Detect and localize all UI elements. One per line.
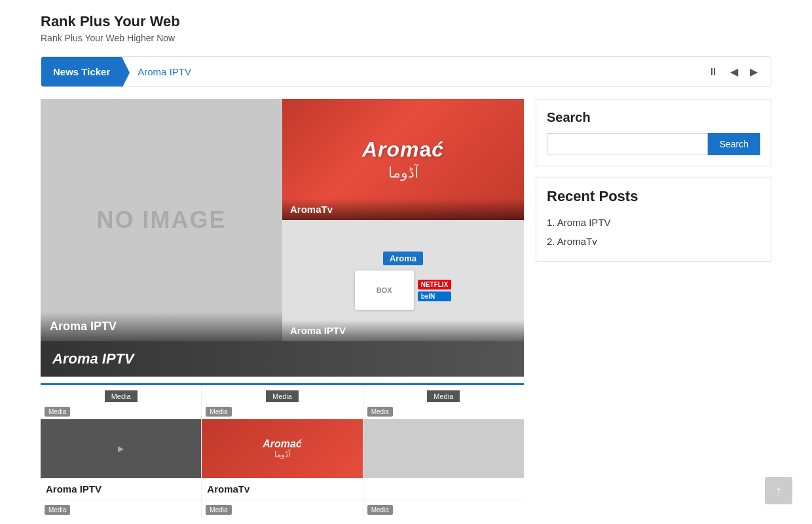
aroma-tv-logo-arabic: آڈوما: [362, 164, 444, 181]
card-1-tag: Media: [45, 407, 70, 417]
slider-caption-bar: Aroma IPTV: [41, 341, 524, 377]
card-extra-tags-row: Media Media Media: [41, 500, 524, 517]
hero-main-caption: Aroma IPTV: [41, 312, 282, 341]
card-1-title: Aroma IPTV: [41, 478, 201, 500]
card-2-image: Aromać آڈوما: [202, 419, 362, 478]
card-1-media-badge-top: Media: [41, 385, 201, 404]
card-1-image: ▶: [41, 419, 201, 478]
news-ticker-bar: News Ticker Aroma IPTV ⏸ ◀ ▶: [41, 56, 771, 87]
recent-post-link-1[interactable]: Aroma IPTV: [557, 217, 611, 228]
recent-post-num-2: 2.: [547, 236, 555, 247]
card-2-tags: Media: [202, 404, 362, 419]
news-ticker-content: Aroma IPTV: [122, 58, 695, 85]
recent-posts-widget: Recent Posts 1. Aroma IPTV 2. AromaTv: [536, 177, 771, 262]
card-3-image: [363, 419, 524, 478]
hero-right-stack: Aromać آڈوما AromaTv Aroma BOX: [282, 99, 524, 341]
card-3-tags: Media: [363, 404, 524, 419]
left-column: NO IMAGE Aroma IPTV Aromać آڈوما AromaTv: [41, 99, 524, 517]
card-2-media-badge: Media: [266, 390, 299, 402]
hero-aroma-tv-card[interactable]: Aromać آڈوما AromaTv: [282, 99, 524, 220]
card-1-tags: Media: [41, 404, 201, 419]
news-ticker-label: News Ticker: [41, 57, 122, 86]
recent-posts-title: Recent Posts: [547, 188, 760, 205]
news-ticker-controls: ⏸ ◀ ▶: [695, 63, 771, 81]
right-sidebar: Search Search Recent Posts 1. Aroma IPTV…: [536, 99, 771, 517]
card-1-media-badge: Media: [105, 390, 138, 402]
hero-main-card[interactable]: NO IMAGE Aroma IPTV: [41, 99, 282, 341]
card-3-media-badge: Media: [427, 390, 460, 402]
card-3-title: [363, 478, 524, 489]
card-3[interactable]: Media Media: [363, 385, 524, 500]
recent-post-item-2[interactable]: 2. AromaTv: [547, 232, 760, 251]
site-title: Rank Plus Your Web: [41, 13, 771, 30]
iptv-product-image: Aroma BOX NETFLIX beIN: [355, 252, 452, 310]
slider-caption-text: Aroma IPTV: [52, 350, 512, 367]
search-widget-title: Search: [547, 110, 760, 125]
card-3-tag: Media: [367, 407, 393, 417]
search-widget: Search Search: [536, 99, 771, 166]
site-subtitle: Rank Plus Your Web Higher Now: [41, 33, 771, 43]
search-form: Search: [547, 133, 760, 155]
recent-posts-list: 1. Aroma IPTV 2. AromaTv: [547, 213, 760, 251]
hero-main-caption-text: Aroma IPTV: [50, 320, 273, 333]
site-header: Rank Plus Your Web Rank Plus Your Web Hi…: [0, 0, 812, 56]
card-2[interactable]: Media Media Aromać آڈوما AromaTv: [202, 385, 363, 500]
main-content: NO IMAGE Aroma IPTV Aromać آڈوما AromaTv: [41, 99, 771, 517]
ticker-next-button[interactable]: ▶: [746, 63, 762, 81]
ticker-pause-button[interactable]: ⏸: [704, 64, 722, 81]
aroma-tv-caption-text: AromaTv: [290, 204, 516, 215]
aroma-tv-caption: AromaTv: [282, 198, 524, 220]
recent-post-link-2[interactable]: AromaTv: [557, 236, 597, 247]
search-button[interactable]: Search: [708, 133, 760, 155]
search-input[interactable]: [547, 133, 708, 155]
ticker-prev-button[interactable]: ◀: [726, 63, 742, 81]
card-2-media-badge-top: Media: [202, 385, 362, 404]
aroma-tv-logo: Aromać آڈوما: [362, 138, 444, 181]
card-1[interactable]: Media Media ▶ Aroma IPTV: [41, 385, 202, 500]
hero-grid: NO IMAGE Aroma IPTV Aromać آڈوما AromaTv: [41, 99, 524, 341]
card-2-title: AromaTv: [202, 478, 362, 500]
card-2-tag: Media: [206, 407, 231, 417]
recent-post-num-1: 1.: [547, 217, 555, 228]
aroma-iptv-caption-text: Aroma IPTV: [290, 325, 516, 336]
aroma-tv-logo-text: Aromać: [362, 138, 444, 162]
recent-post-item-1[interactable]: 1. Aroma IPTV: [547, 213, 760, 232]
card-3-media-badge-top: Media: [363, 385, 524, 404]
aroma-iptv-caption: Aroma IPTV: [282, 320, 524, 341]
no-image-placeholder: NO IMAGE: [96, 206, 226, 234]
scroll-to-top-button[interactable]: ↑: [765, 477, 792, 504]
cards-section: Media Media ▶ Aroma IPTV Media Media: [41, 383, 524, 500]
hero-aroma-iptv-card[interactable]: Aroma BOX NETFLIX beIN Aroma IPTV: [282, 220, 524, 341]
